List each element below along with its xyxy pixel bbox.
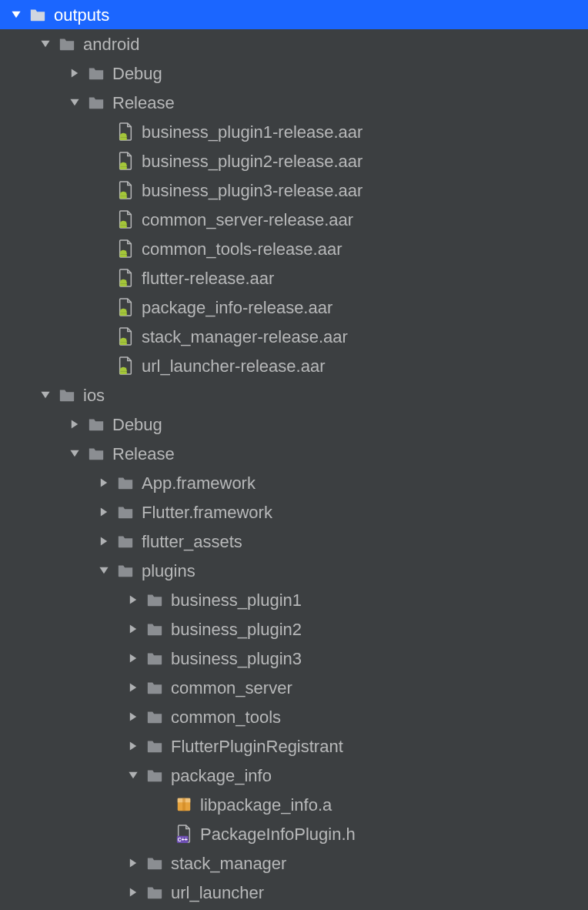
android-archive-icon xyxy=(115,356,135,376)
chevron-right-icon[interactable] xyxy=(97,476,111,490)
tree-node-label: common_server-release.aar xyxy=(142,209,353,230)
tree-node-label: common_tools xyxy=(171,707,281,728)
folder-icon xyxy=(86,414,106,434)
tree-row-release[interactable]: Release xyxy=(0,88,588,117)
folder-icon xyxy=(115,502,135,522)
svg-marker-51 xyxy=(130,888,136,896)
tree-row-libpackage-info-a[interactable]: libpackage_info.a xyxy=(0,790,588,819)
svg-rect-21 xyxy=(120,283,127,286)
tree-row-common-server-release-aar[interactable]: common_server-release.aar xyxy=(0,205,588,234)
chevron-right-icon[interactable] xyxy=(126,856,140,870)
svg-marker-1 xyxy=(41,41,49,47)
chevron-right-icon[interactable] xyxy=(126,651,140,665)
tree-row-outputs[interactable]: outputs xyxy=(0,0,588,29)
tree-row-ios[interactable]: ios xyxy=(0,380,588,410)
chevron-right-icon[interactable] xyxy=(126,593,140,607)
svg-marker-40 xyxy=(130,654,136,662)
tree-node-label: plugins xyxy=(142,560,195,581)
svg-marker-38 xyxy=(130,595,136,604)
tree-node-label: android xyxy=(83,34,139,55)
android-archive-icon xyxy=(115,209,135,229)
tree-row-release[interactable]: Release xyxy=(0,439,588,468)
tree-row-url-launcher[interactable]: url_launcher xyxy=(0,878,588,907)
tree-row-debug[interactable]: Debug xyxy=(0,59,588,88)
tree-row-package-info[interactable]: package_info xyxy=(0,761,588,790)
svg-marker-36 xyxy=(101,537,107,545)
tree-node-label: package_info-release.aar xyxy=(142,297,332,318)
svg-marker-35 xyxy=(101,507,107,516)
tree-row-plugins[interactable]: plugins xyxy=(0,556,588,585)
tree-row-business-plugin1[interactable]: business_plugin1 xyxy=(0,585,588,614)
chevron-right-icon[interactable] xyxy=(97,505,111,519)
tree-row-business-plugin3-release-aar[interactable]: business_plugin3-release.aar xyxy=(0,176,588,205)
chevron-down-icon[interactable] xyxy=(97,564,111,577)
folder-icon xyxy=(145,736,165,756)
tree-row-stack-manager[interactable]: stack_manager xyxy=(0,848,588,878)
tree-row-flutterpluginregistrant[interactable]: FlutterPluginRegistrant xyxy=(0,731,588,761)
folder-icon xyxy=(86,443,106,463)
chevron-right-icon[interactable] xyxy=(126,885,140,899)
tree-node-label: url_launcher xyxy=(171,882,264,903)
chevron-right-icon[interactable] xyxy=(126,622,140,636)
tree-node-label: PackageInfoPlugin.h xyxy=(200,824,356,845)
chevron-down-icon[interactable] xyxy=(126,768,140,782)
tree-row-business-plugin1-release-aar[interactable]: business_plugin1-release.aar xyxy=(0,117,588,146)
folder-icon xyxy=(28,5,48,25)
folder-icon xyxy=(145,619,165,639)
tree-node-label: Flutter.framework xyxy=(142,502,272,523)
chevron-down-icon[interactable] xyxy=(68,95,82,109)
tree-row-flutter-assets[interactable]: flutter_assets xyxy=(0,527,588,556)
tree-node-label: business_plugin1 xyxy=(171,590,302,611)
tree-row-packageinfoplugin-h[interactable]: C++ PackageInfoPlugin.h xyxy=(0,819,588,848)
folder-icon xyxy=(115,531,135,551)
folder-icon xyxy=(145,677,165,698)
folder-icon xyxy=(145,853,165,873)
tree-row-stack-manager-release-aar[interactable]: stack_manager-release.aar xyxy=(0,322,588,351)
tree-row-flutter-framework[interactable]: Flutter.framework xyxy=(0,497,588,527)
chevron-down-icon[interactable] xyxy=(38,37,52,51)
tree-node-label: Release xyxy=(112,443,175,464)
svg-rect-12 xyxy=(120,196,127,199)
tree-row-package-info-release-aar[interactable]: package_info-release.aar xyxy=(0,293,588,322)
tree-row-app-framework[interactable]: App.framework xyxy=(0,468,588,497)
svg-marker-41 xyxy=(130,683,136,691)
chevron-down-icon[interactable] xyxy=(68,447,82,460)
tree-row-business-plugin3[interactable]: business_plugin3 xyxy=(0,644,588,673)
svg-marker-33 xyxy=(70,450,79,457)
folder-icon xyxy=(86,92,106,112)
chevron-right-icon[interactable] xyxy=(68,417,82,431)
chevron-right-icon[interactable] xyxy=(97,534,111,548)
tree-node-label: stack_manager-release.aar xyxy=(142,326,348,347)
tree-row-url-launcher-release-aar[interactable]: url_launcher-release.aar xyxy=(0,351,588,380)
tree-row-debug[interactable]: Debug xyxy=(0,410,588,439)
chevron-right-icon[interactable] xyxy=(126,710,140,724)
chevron-down-icon[interactable] xyxy=(38,388,52,402)
tree-row-flutter-release-aar[interactable]: flutter-release.aar xyxy=(0,263,588,293)
tree-row-common-tools-release-aar[interactable]: common_tools-release.aar xyxy=(0,234,588,263)
svg-marker-50 xyxy=(130,858,136,867)
chevron-down-icon[interactable] xyxy=(9,8,23,22)
tree-row-common-tools[interactable]: common_tools xyxy=(0,702,588,731)
tree-row-common-server[interactable]: common_server xyxy=(0,673,588,702)
tree-node-label: common_tools-release.aar xyxy=(142,239,342,259)
folder-icon xyxy=(115,560,135,580)
folder-icon xyxy=(115,473,135,493)
folder-icon xyxy=(145,707,165,727)
svg-rect-47 xyxy=(182,798,185,811)
chevron-right-icon[interactable] xyxy=(126,681,140,694)
tree-node-label: stack_manager xyxy=(171,853,286,874)
svg-marker-2 xyxy=(72,69,78,77)
svg-rect-9 xyxy=(120,166,127,169)
tree-row-android[interactable]: android xyxy=(0,29,588,59)
tree-node-label: common_server xyxy=(171,677,292,698)
folder-icon xyxy=(145,765,165,785)
svg-marker-31 xyxy=(41,392,49,398)
tree-node-label: package_info xyxy=(171,765,272,786)
chevron-right-icon[interactable] xyxy=(126,739,140,753)
tree-node-label: ios xyxy=(83,385,105,406)
tree-node-label: Debug xyxy=(112,63,162,84)
tree-row-business-plugin2[interactable]: business_plugin2 xyxy=(0,614,588,644)
chevron-right-icon[interactable] xyxy=(68,66,82,80)
svg-rect-30 xyxy=(120,371,127,374)
tree-row-business-plugin2-release-aar[interactable]: business_plugin2-release.aar xyxy=(0,146,588,176)
